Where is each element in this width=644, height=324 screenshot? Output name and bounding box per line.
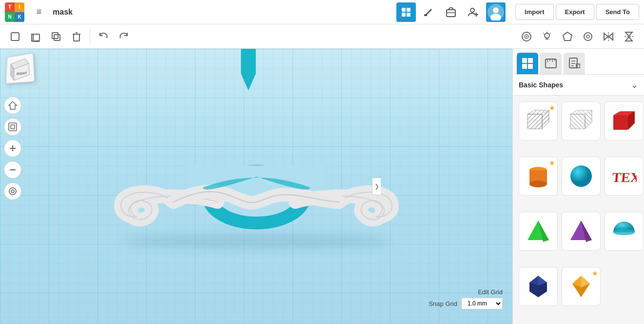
collapse-panel-button[interactable]: ❯ [372,178,381,195]
zoom-fit-button[interactable] [4,118,21,136]
mirror-h-tool[interactable] [599,27,618,46]
avatar-icon [488,4,504,20]
svg-marker-31 [604,33,608,40]
shape-pyramid-green[interactable] [519,212,558,251]
right-panel: Basic Shapes ⌄ ★ [512,49,644,324]
viewport[interactable]: RIGHT [0,49,512,324]
cylinder-icon [526,163,551,189]
layers-button[interactable] [4,182,21,200]
svg-rect-43 [11,125,15,129]
tinkercad-logo[interactable]: T I N K [5,2,24,22]
import-button[interactable]: Import [515,4,553,20]
duplicate-button[interactable] [47,27,65,46]
redo-button[interactable] [115,27,133,46]
title-area: ≡ mask [29,2,73,22]
svg-rect-60 [528,58,533,63]
bulb-icon [542,31,552,42]
new-button[interactable] [6,27,24,46]
svg-point-30 [586,35,589,38]
grid-view-icon [401,7,411,18]
light-tool[interactable] [538,27,556,46]
shape-cylinder[interactable]: ★ [519,157,558,196]
logo-i: I [15,2,24,12]
panel-header: Basic Shapes ⌄ [513,75,644,96]
svg-rect-59 [522,58,527,63]
svg-point-47 [9,188,16,195]
header: T I N K ≡ mask [0,0,644,24]
add-user-button[interactable] [464,2,483,22]
header-nav [396,2,506,22]
snap-value-select[interactable]: 1.0 mm 0.5 mm 0.25 mm 2.0 mm [461,298,503,309]
snap-row: Snap Grid 1.0 mm 0.5 mm 0.25 mm 2.0 mm [429,298,503,309]
view-cube[interactable]: RIGHT [5,54,39,88]
panel-dropdown-button[interactable]: ⌄ [631,80,638,90]
yellow-gem-icon [568,274,594,299]
learn-button[interactable] [419,2,438,22]
zoom-out-button[interactable] [4,161,21,179]
svg-rect-79 [570,114,585,129]
pentagon-icon [562,31,573,42]
tab-notes[interactable] [564,53,585,74]
logo-k: K [15,12,24,22]
shape-red-box[interactable] [605,101,644,141]
send-to-button[interactable]: Send To [596,4,639,20]
shape-half-sphere[interactable] [605,212,644,251]
gallery-button[interactable] [441,2,461,22]
export-button[interactable]: Export [556,4,594,20]
shape-gem-blue[interactable] [519,267,558,306]
zoom-out-icon [8,165,18,175]
align-tool[interactable] [579,27,597,46]
red-box-icon [611,108,637,134]
shape-tool[interactable] [558,27,577,46]
home-view-button[interactable] [4,97,21,114]
delete-button[interactable] [67,27,86,46]
mirror-v-icon [624,31,634,42]
project-name[interactable]: mask [53,8,73,17]
green-pyramid-icon [526,219,551,244]
shape-gem-yellow[interactable]: ★ [562,267,601,306]
duplicate-icon [51,31,61,42]
panel-title: Basic Shapes [519,81,563,89]
grid-list-toggle[interactable]: ≡ [29,2,49,22]
svg-marker-32 [609,33,613,40]
hammer-icon [423,7,434,18]
camera-tool[interactable] [517,27,536,46]
copy-clipboard-button[interactable] [26,27,45,46]
avatar-button[interactable] [486,2,506,22]
cube-face-right[interactable]: RIGHT [6,53,35,83]
star-badge: ★ [549,104,555,112]
svg-rect-61 [522,64,527,69]
mirror-v-tool[interactable] [620,27,638,46]
logo-n: N [5,12,15,22]
svg-point-87 [529,181,547,187]
svg-rect-0 [402,8,406,12]
zoom-in-button[interactable] [4,140,21,157]
undo-button[interactable] [94,27,113,46]
shapes-grid: ★ [513,96,644,324]
tab-ruler[interactable] [540,53,562,74]
grid-view-button[interactable] [396,2,416,22]
cube-svg: RIGHT [7,54,34,82]
shape-sphere[interactable] [562,157,601,196]
svg-marker-41 [9,101,17,109]
svg-rect-4 [424,14,427,16]
shape-striped-box-1[interactable]: ★ [519,101,558,141]
new-icon [10,31,20,42]
collapse-arrow-icon: ❯ [374,183,379,190]
shapes-tab-icon [521,57,534,70]
star-badge-cylinder: ★ [549,159,555,167]
striped-box-1-icon [526,108,551,134]
shape-pyramid-purple[interactable] [562,212,601,251]
edit-grid-link[interactable]: Edit Grid [478,288,503,296]
viewport-controls [0,93,25,204]
svg-rect-2 [402,13,406,17]
grid-list-icon: ≡ [37,7,42,17]
shape-text[interactable]: TEXT [605,157,644,196]
layers-icon [8,186,18,196]
svg-rect-75 [527,114,542,129]
svg-point-29 [584,33,592,40]
star-badge-gem: ★ [592,269,598,277]
tab-shapes[interactable] [517,53,538,74]
shape-striped-box-2[interactable] [562,101,601,141]
notes-tab-icon [568,57,581,70]
